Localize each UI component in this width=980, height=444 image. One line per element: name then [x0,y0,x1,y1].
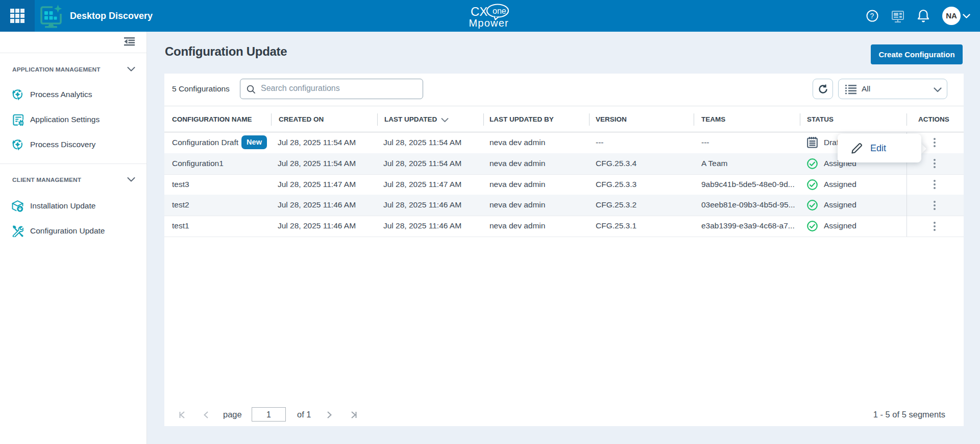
svg-text:Mpower: Mpower [469,17,509,29]
svg-text:?: ? [870,12,874,20]
svg-text:CX: CX [471,5,487,18]
svg-text:one: one [493,7,506,15]
